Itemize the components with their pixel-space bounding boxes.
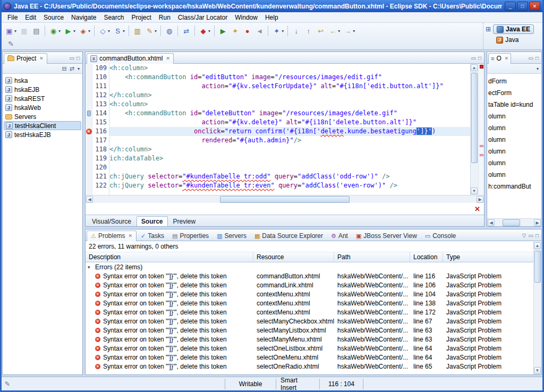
overview-marker[interactable] [480,145,483,147]
perspective-javaee-button[interactable]: Java EE [493,24,534,34]
dropdown-arrow-icon[interactable]: ▾ [14,29,16,33]
code-line[interactable]: ch:jQuery selector="#kundenTabelle tr:ev… [109,181,470,190]
start-server-icon[interactable]: ▶ [217,25,229,37]
code-line[interactable]: ch:jQuery selector="#kundenTabelle tr:od… [109,172,470,181]
menu-file[interactable]: File [4,13,21,22]
minimize-view-icon[interactable]: ▭ [70,55,74,61]
expand-arrow-icon[interactable]: ▾ [88,265,94,270]
tab-source[interactable]: Source [137,216,168,226]
code-line[interactable]: <h:commandButton id="deleteButton" image… [109,109,470,118]
scroll-left-icon[interactable]: ◀ [488,219,495,226]
minimize-problems-icon[interactable]: ▭ [529,233,533,238]
dropdown-arrow-icon[interactable]: ▾ [108,29,110,33]
outline-item[interactable]: dForm [487,75,541,87]
next-annotation-icon[interactable]: ↓ [290,25,302,37]
code-line[interactable]: rendered="#{auth.admin}"/> [109,136,470,145]
column-header-type[interactable]: Type [443,252,541,262]
previous-annotation-icon[interactable]: ↑ [302,25,314,37]
mute-server-icon[interactable]: ◄ [253,25,266,37]
view-menu-icon[interactable]: ▾ [78,66,80,71]
edit-pencil-icon[interactable]: ✎ [5,38,17,49]
scroll-right-icon[interactable]: ▶ [477,196,483,203]
project-item-testhskaejb[interactable]: JtestHskaEJB [4,130,81,139]
outline-item[interactable]: h:commandBut [487,181,541,192]
collapse-all-icon[interactable]: ⊟ [62,65,67,72]
close-view-icon[interactable]: ✕ [39,56,44,61]
link-with-editor-icon[interactable]: ⇄ [70,65,74,72]
minimize-editor-icon[interactable]: ▭ [471,55,476,61]
maximize-editor-icon[interactable]: □ [478,55,481,61]
problem-row[interactable]: ✕Syntax error on token "']}'", delete th… [86,326,541,335]
close-outline-icon[interactable]: ✕ [505,56,509,61]
error-indicator-icon[interactable]: ✕ [474,205,480,213]
tab-problems[interactable]: ⚠Problems✕ [87,231,137,241]
minimize-button[interactable]: _ [505,2,516,11]
outline-item[interactable]: olumn [487,110,541,122]
menu-project[interactable]: Project [128,13,155,22]
scroll-down-icon[interactable]: ▼ [534,367,541,374]
dropdown-arrow-icon[interactable]: ▾ [58,29,61,33]
dropdown-arrow-icon[interactable]: ▾ [338,29,340,33]
menu-class-jar-locator[interactable]: Class/Jar Locator [174,13,231,22]
error-marker-icon[interactable]: ✕ [86,129,92,134]
maximize-problems-icon[interactable]: □ [536,233,539,238]
problem-row[interactable]: ✕Syntax error on token "']}'", delete th… [86,308,541,317]
code-line[interactable]: onclick="return confirm('#{i18n['delete.… [109,127,470,136]
menu-edit[interactable]: Edit [21,13,40,22]
scroll-right-icon[interactable]: ▶ [534,219,541,226]
problem-row[interactable]: ✕Syntax error on token "']}'", delete th… [86,289,541,299]
column-header-resource[interactable]: Resource [253,252,334,262]
outline-scroll-thumb[interactable] [503,219,520,226]
minimize-outline-icon[interactable]: ▭ [529,55,533,61]
maximize-view-icon[interactable]: □ [76,55,80,61]
project-item-hska[interactable]: Jhska [4,76,81,85]
problem-row[interactable]: ✕Syntax error on token "']}'", delete th… [86,299,541,308]
overview-ruler[interactable] [478,64,484,195]
problem-row[interactable]: ✕Syntax error on token "']}'", delete th… [86,353,541,362]
stop-server-icon[interactable]: ● [241,25,253,37]
tab-jboss-server-view[interactable]: ▣JBoss Server View [352,231,421,241]
web-browser-icon[interactable]: ◍ [163,25,175,37]
scroll-down-icon[interactable]: ▼ [471,188,478,194]
dropdown-arrow-icon[interactable]: ▾ [353,29,355,33]
maximize-button[interactable]: □ [517,2,528,11]
column-header-description[interactable]: Description [86,252,253,262]
overview-error-marker[interactable] [480,65,483,69]
titlebar[interactable]: Java EE - C:/Users/Public/Documents/ecli… [2,0,542,12]
problems-scroll-thumb[interactable] [534,251,541,283]
scroll-left-icon[interactable]: ◀ [86,196,93,203]
outline-menu-icon[interactable]: ▾ [537,66,539,71]
code-line[interactable]: <h:commandButton id="editButton" image="… [109,73,470,82]
tab-outline[interactable]: ≡ O ✕ [488,53,511,64]
horizontal-scroll-thumb[interactable] [220,196,350,203]
problem-row[interactable]: ✕Syntax error on token "']}'", delete th… [86,362,541,371]
tab-console[interactable]: ▭Console [421,231,460,241]
menu-search[interactable]: Search [100,13,128,22]
print-icon[interactable]: ▤ [30,25,42,37]
problem-row[interactable]: ✕Syntax error on token "']}'", delete th… [86,344,541,353]
column-header-path[interactable]: Path [334,252,410,262]
dropdown-arrow-icon[interactable]: ▾ [123,29,125,33]
tab-visual-source[interactable]: Visual/Source [88,217,135,226]
project-item-hskaweb[interactable]: JhskaWeb [4,103,81,112]
scroll-up-icon[interactable]: ▲ [471,64,478,71]
tab-ant[interactable]: ⚙Ant [327,231,352,241]
project-item-testhskaclient[interactable]: JtestHskaClient [4,121,81,130]
debug-icon[interactable]: ◉▾ [47,25,62,37]
tab-servers[interactable]: ▥Servers [213,231,250,241]
synchronize-icon[interactable]: ⇄ [180,25,192,37]
problem-row[interactable]: ✕Syntax error on token "']}'", delete th… [86,271,541,280]
menu-help[interactable]: Help [261,13,282,22]
new-server-icon[interactable]: ✦ [229,25,241,37]
project-item-hskaejb[interactable]: JhskaEJB [4,85,81,94]
maximize-outline-icon[interactable]: □ [536,55,539,61]
code-line[interactable]: </h:column> [109,91,470,100]
run-icon[interactable]: ▶▾ [62,25,77,37]
tab-preview[interactable]: Preview [169,217,200,226]
back-icon[interactable]: ←▾ [327,25,342,37]
close-view-icon[interactable]: ✕ [129,233,133,238]
problem-row[interactable]: ✕Syntax error on token "']}'", delete th… [86,335,541,344]
tab-data-source-explorer[interactable]: ▩Data Source Explorer [251,231,327,241]
problems-group-row[interactable]: ▾Errors (22 items) [86,262,541,271]
outline-item[interactable]: olumn [487,157,541,169]
